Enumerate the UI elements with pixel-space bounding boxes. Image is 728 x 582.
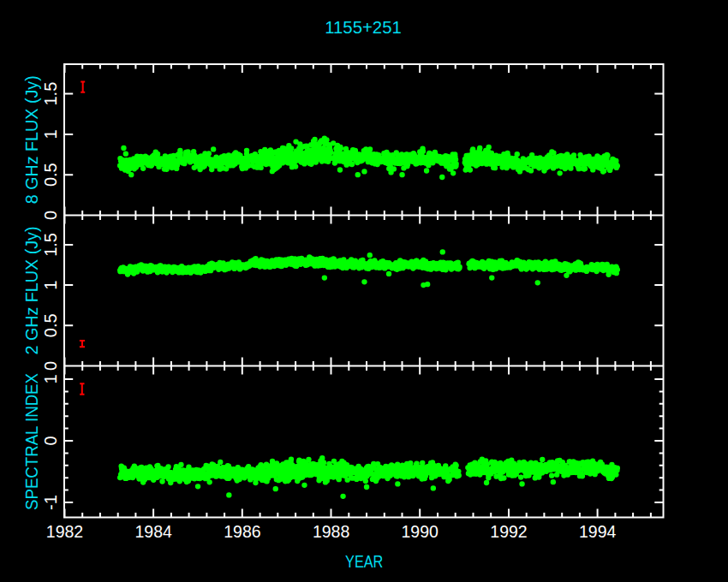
svg-text:1155+251: 1155+251 xyxy=(325,18,402,37)
svg-text:0.5: 0.5 xyxy=(41,163,60,187)
svg-text:1994: 1994 xyxy=(579,522,616,541)
svg-text:1992: 1992 xyxy=(490,522,527,541)
svg-text:2 GHz FLUX (Jy): 2 GHz FLUX (Jy) xyxy=(22,227,41,355)
svg-text:0: 0 xyxy=(41,211,60,220)
svg-text:SPECTRAL INDEX: SPECTRAL INDEX xyxy=(22,373,41,510)
svg-text:1: 1 xyxy=(41,281,60,290)
svg-text:1982: 1982 xyxy=(46,522,83,541)
svg-text:YEAR: YEAR xyxy=(345,552,383,571)
svg-text:1: 1 xyxy=(41,374,60,383)
svg-text:-1: -1 xyxy=(41,495,60,510)
svg-text:1984: 1984 xyxy=(135,522,172,541)
svg-text:0.5: 0.5 xyxy=(41,313,60,337)
svg-text:1990: 1990 xyxy=(402,522,439,541)
svg-text:1986: 1986 xyxy=(224,522,260,541)
svg-text:1: 1 xyxy=(41,129,60,139)
svg-text:8 GHz FLUX (Jy): 8 GHz FLUX (Jy) xyxy=(22,75,41,204)
svg-text:1.5: 1.5 xyxy=(41,233,60,257)
svg-text:0: 0 xyxy=(41,436,60,445)
svg-text:0: 0 xyxy=(41,361,60,371)
svg-text:1988: 1988 xyxy=(313,522,349,541)
svg-text:1.5: 1.5 xyxy=(41,82,60,106)
